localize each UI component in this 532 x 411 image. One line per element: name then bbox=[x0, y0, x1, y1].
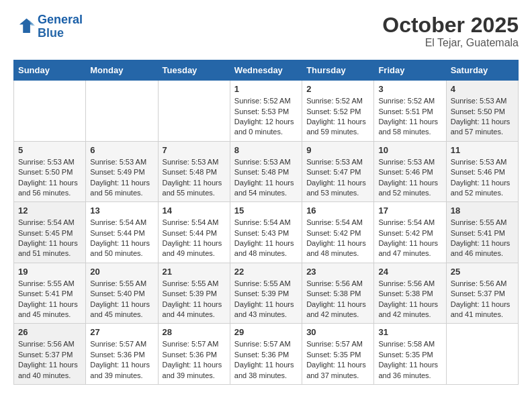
day-info: and 58 minutes. bbox=[378, 127, 441, 137]
calendar-cell bbox=[14, 81, 86, 142]
day-info: Sunset: 5:42 PM bbox=[378, 228, 441, 238]
day-info: Sunset: 5:39 PM bbox=[163, 289, 226, 299]
calendar-cell: 23Sunrise: 5:56 AMSunset: 5:38 PMDayligh… bbox=[302, 263, 374, 324]
day-info: Sunset: 5:47 PM bbox=[306, 167, 369, 177]
calendar-cell: 1Sunrise: 5:52 AMSunset: 5:53 PMDaylight… bbox=[230, 81, 302, 142]
day-info: and 56 minutes. bbox=[18, 188, 81, 198]
day-info: Sunrise: 5:57 AM bbox=[234, 339, 298, 349]
day-info: Sunrise: 5:56 AM bbox=[451, 279, 514, 289]
day-info: Daylight: 11 hours bbox=[378, 300, 441, 310]
calendar-cell: 4Sunrise: 5:53 AMSunset: 5:50 PMDaylight… bbox=[446, 81, 518, 142]
day-info: Sunrise: 5:54 AM bbox=[90, 218, 153, 228]
day-info: and 50 minutes. bbox=[90, 248, 153, 259]
calendar-cell: 10Sunrise: 5:53 AMSunset: 5:46 PMDayligh… bbox=[374, 141, 446, 202]
day-info: and 38 minutes. bbox=[234, 371, 298, 381]
day-info: and 41 minutes. bbox=[451, 310, 514, 320]
weekday-header-thursday: Thursday bbox=[302, 60, 374, 81]
day-info: Sunrise: 5:52 AM bbox=[306, 96, 369, 106]
calendar-body: 1Sunrise: 5:52 AMSunset: 5:53 PMDaylight… bbox=[14, 81, 519, 385]
day-info: and 42 minutes. bbox=[306, 310, 369, 320]
calendar-cell: 9Sunrise: 5:53 AMSunset: 5:47 PMDaylight… bbox=[302, 141, 374, 202]
day-number: 30 bbox=[306, 327, 369, 337]
day-info: Daylight: 11 hours bbox=[306, 300, 369, 310]
day-info: Daylight: 11 hours bbox=[234, 238, 298, 248]
day-info: Sunset: 5:36 PM bbox=[90, 350, 153, 360]
calendar-cell: 6Sunrise: 5:53 AMSunset: 5:49 PMDaylight… bbox=[86, 141, 158, 202]
day-number: 6 bbox=[90, 145, 153, 155]
day-info: Daylight: 11 hours bbox=[18, 238, 81, 248]
day-number: 3 bbox=[378, 84, 441, 94]
day-info: and 0 minutes. bbox=[234, 127, 298, 137]
day-info: and 46 minutes. bbox=[451, 248, 514, 259]
calendar-cell: 31Sunrise: 5:58 AMSunset: 5:35 PMDayligh… bbox=[374, 324, 446, 385]
day-number: 14 bbox=[163, 205, 226, 216]
day-info: Daylight: 11 hours bbox=[306, 360, 369, 370]
day-info: Sunrise: 5:57 AM bbox=[163, 339, 226, 349]
logo: General Blue bbox=[13, 13, 83, 40]
day-info: and 36 minutes. bbox=[378, 371, 441, 381]
day-info: Sunrise: 5:53 AM bbox=[451, 157, 514, 167]
day-info: Sunset: 5:50 PM bbox=[451, 107, 514, 117]
day-info: and 37 minutes. bbox=[306, 371, 369, 381]
day-info: Sunrise: 5:56 AM bbox=[18, 339, 81, 349]
day-info: Sunset: 5:46 PM bbox=[451, 167, 514, 177]
page-header: General Blue October 2025 El Tejar, Guat… bbox=[13, 13, 519, 49]
day-info: Sunset: 5:48 PM bbox=[163, 167, 226, 177]
day-info: Daylight: 11 hours bbox=[163, 178, 226, 188]
calendar-cell: 24Sunrise: 5:56 AMSunset: 5:38 PMDayligh… bbox=[374, 263, 446, 324]
day-info: and 39 minutes. bbox=[163, 371, 226, 381]
day-info: Sunrise: 5:56 AM bbox=[378, 279, 441, 289]
day-info: Sunset: 5:49 PM bbox=[90, 167, 153, 177]
day-info: Daylight: 11 hours bbox=[90, 178, 153, 188]
day-info: Daylight: 11 hours bbox=[378, 117, 441, 127]
calendar-table: SundayMondayTuesdayWednesdayThursdayFrid… bbox=[13, 60, 519, 385]
calendar-cell: 29Sunrise: 5:57 AMSunset: 5:36 PMDayligh… bbox=[230, 324, 302, 385]
day-info: Daylight: 11 hours bbox=[163, 300, 226, 310]
day-info: Sunset: 5:37 PM bbox=[451, 289, 514, 299]
day-info: Sunset: 5:51 PM bbox=[378, 107, 441, 117]
day-number: 20 bbox=[90, 267, 153, 277]
weekday-header-friday: Friday bbox=[374, 60, 446, 81]
day-number: 11 bbox=[451, 145, 514, 155]
day-info: Daylight: 11 hours bbox=[306, 238, 369, 248]
day-info: Sunrise: 5:53 AM bbox=[90, 157, 153, 167]
day-info: and 44 minutes. bbox=[163, 310, 226, 320]
day-number: 19 bbox=[18, 267, 81, 277]
logo-icon bbox=[13, 16, 35, 38]
day-number: 29 bbox=[234, 327, 298, 337]
calendar-cell: 15Sunrise: 5:54 AMSunset: 5:43 PMDayligh… bbox=[230, 202, 302, 263]
day-number: 1 bbox=[234, 84, 298, 94]
day-number: 28 bbox=[163, 327, 226, 337]
day-info: and 40 minutes. bbox=[18, 371, 81, 381]
day-info: Sunrise: 5:53 AM bbox=[234, 157, 298, 167]
day-info: Daylight: 11 hours bbox=[18, 300, 81, 310]
calendar-cell: 27Sunrise: 5:57 AMSunset: 5:36 PMDayligh… bbox=[86, 324, 158, 385]
day-number: 31 bbox=[378, 327, 441, 337]
day-info: Sunset: 5:44 PM bbox=[163, 228, 226, 238]
day-info: and 43 minutes. bbox=[234, 310, 298, 320]
day-info: and 53 minutes. bbox=[306, 188, 369, 198]
day-info: Sunrise: 5:55 AM bbox=[451, 218, 514, 228]
calendar-cell: 19Sunrise: 5:55 AMSunset: 5:41 PMDayligh… bbox=[14, 263, 86, 324]
day-number: 4 bbox=[451, 84, 514, 94]
day-info: Daylight: 11 hours bbox=[451, 178, 514, 188]
day-number: 25 bbox=[451, 267, 514, 277]
calendar-cell: 17Sunrise: 5:54 AMSunset: 5:42 PMDayligh… bbox=[374, 202, 446, 263]
day-info: Sunset: 5:36 PM bbox=[163, 350, 226, 360]
day-number: 5 bbox=[18, 145, 81, 155]
calendar-header-row: SundayMondayTuesdayWednesdayThursdayFrid… bbox=[14, 60, 519, 81]
day-info: Daylight: 11 hours bbox=[378, 178, 441, 188]
calendar-cell: 2Sunrise: 5:52 AMSunset: 5:52 PMDaylight… bbox=[302, 81, 374, 142]
weekday-header-tuesday: Tuesday bbox=[158, 60, 230, 81]
day-info: Sunset: 5:36 PM bbox=[234, 350, 298, 360]
weekday-header-saturday: Saturday bbox=[446, 60, 518, 81]
day-number: 22 bbox=[234, 267, 298, 277]
day-number: 9 bbox=[306, 145, 369, 155]
day-info: Daylight: 11 hours bbox=[451, 117, 514, 127]
day-info: Sunset: 5:41 PM bbox=[451, 228, 514, 238]
day-info: and 57 minutes. bbox=[451, 127, 514, 137]
day-number: 24 bbox=[378, 267, 441, 277]
day-info: and 48 minutes. bbox=[306, 248, 369, 259]
day-info: Sunrise: 5:56 AM bbox=[306, 279, 369, 289]
day-info: Sunrise: 5:53 AM bbox=[306, 157, 369, 167]
